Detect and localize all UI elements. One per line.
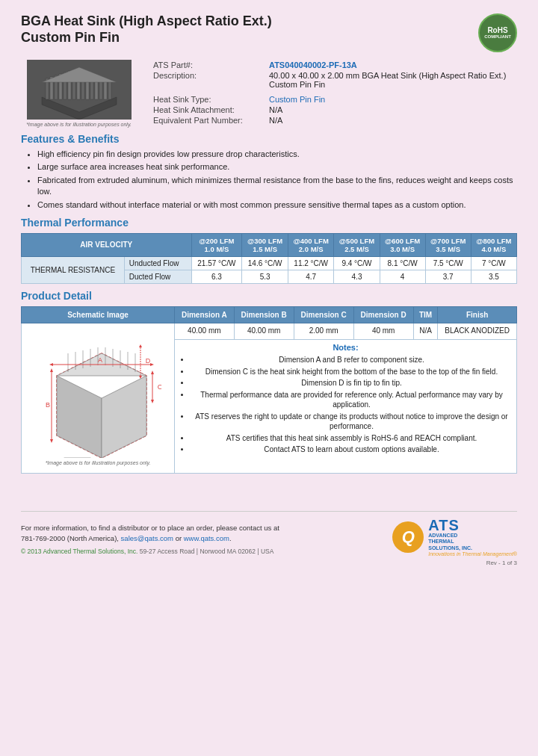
note-6: ATS certifies that this heat sink assemb… <box>191 433 513 444</box>
dim-a-header: Dimension A <box>175 306 235 323</box>
svg-marker-19 <box>57 376 102 458</box>
product-image-box: *Image above is for illustration purpose… <box>21 60 137 127</box>
ducted-val-1: 6.3 <box>191 270 242 283</box>
footer-address: 59-27 Access Road | Norwood MA 02062 | U… <box>140 548 274 555</box>
dim-c-value: 2.00 mm <box>294 323 353 339</box>
svg-marker-36 <box>50 368 53 372</box>
part-details-table: ATS Part#: ATS040040002-PF-13A Descripti… <box>150 60 517 126</box>
lfm-600-header: @600 LFM3.0 M/S <box>380 233 425 256</box>
schematic-header: Schematic Image <box>22 306 175 323</box>
dim-b-value: 40.00 mm <box>234 323 294 339</box>
lfm-700-header: @700 LFM3.5 M/S <box>425 233 471 256</box>
footer-or: or <box>176 534 184 542</box>
finish-header: Finish <box>438 306 517 323</box>
part-number-row: ATS Part#: ATS040040002-PF-13A <box>150 60 517 70</box>
feature-item-1: High efficiency pin fin design provides … <box>37 149 517 160</box>
image-caption: *Image above is for illustration purpose… <box>26 122 132 127</box>
tim-value: N/A <box>413 323 438 339</box>
notes-list: Dimension A and B refer to component siz… <box>191 355 513 455</box>
ducted-val-4: 4.3 <box>334 270 380 283</box>
product-detail-table: Schematic Image Dimension A Dimension B … <box>21 306 517 474</box>
finish-value: BLACK ANODIZED <box>438 323 517 339</box>
lfm-800-header: @800 LFM4.0 M/S <box>471 233 516 256</box>
footer-bottom: © 2013 Advanced Thermal Solutions, Inc. … <box>21 547 279 557</box>
title-block: BGA Heat Sink (High Aspect Ratio Ext.) C… <box>21 13 272 46</box>
note-2: Dimension C is the heat sink height from… <box>191 367 513 377</box>
ats-tagline: Innovations in Thermal Management® <box>428 551 517 557</box>
heat-sink-type-value: Custom Pin Fin <box>266 94 517 105</box>
unducted-val-4: 9.4 °C/W <box>334 256 380 270</box>
schematic-cell: A B C <box>22 323 175 473</box>
page-title: BGA Heat Sink (High Aspect Ratio Ext.) C… <box>21 13 272 46</box>
unducted-row: THERMAL RESISTANCE Unducted Flow 21.57 °… <box>22 256 517 270</box>
part-number: ATS040040002-PF-13A <box>269 61 357 69</box>
rohs-badge: RoHS COMPLIANT <box>478 13 517 52</box>
footer-website[interactable]: www.qats.com <box>184 534 229 542</box>
unducted-val-3: 11.2 °C/W <box>288 256 334 270</box>
dim-d-header: Dimension D <box>353 306 413 323</box>
description-label: Description: <box>150 70 266 90</box>
svg-marker-32 <box>49 363 53 366</box>
notes-cell: Notes: Dimension A and B refer to compon… <box>175 340 517 474</box>
svg-marker-44 <box>139 344 142 347</box>
equivalent-label: Equivalent Part Number: <box>150 115 266 126</box>
features-title: Features & Benefits <box>21 133 517 145</box>
attachment-value: N/A <box>266 105 517 115</box>
svg-marker-41 <box>151 400 154 403</box>
thermal-header-row: AIR VELOCITY @200 LFM1.0 M/S @300 LFM1.5… <box>22 233 517 256</box>
thermal-resistance-label: THERMAL RESISTANCE <box>22 256 125 283</box>
ducted-val-6: 3.7 <box>425 270 471 283</box>
note-5: ATS reserves the right to update or chan… <box>191 412 513 432</box>
heat-sink-type-label: Heat Sink Type: <box>150 94 266 105</box>
product-detail-title: Product Detail <box>21 290 517 302</box>
attachment-row: Heat Sink Attachment: N/A <box>150 105 517 115</box>
footer-email[interactable]: sales@qats.com <box>121 534 173 542</box>
feature-item-2: Large surface area increases heat sink p… <box>37 161 517 173</box>
svg-text:A: A <box>98 356 102 364</box>
ats-text-block: ATS ADVANCED THERMAL SOLUTIONS, INC. Inn… <box>428 518 517 557</box>
equivalent-value: N/A <box>266 115 517 126</box>
note-3: Dimension D is fin tip to fin tip. <box>191 378 513 388</box>
ats-part-value: ATS040040002-PF-13A <box>266 60 517 70</box>
notes-title: Notes: <box>179 343 513 352</box>
ducted-val-2: 5.3 <box>242 270 288 283</box>
unducted-val-2: 14.6 °C/W <box>242 256 288 270</box>
footer-copyright: © 2013 Advanced Thermal Solutions, Inc. <box>21 548 137 555</box>
footer-contact-text: For more information, to find a distribu… <box>21 523 279 545</box>
product-detail-values-row: A B C <box>22 323 517 339</box>
svg-marker-0 <box>42 97 117 120</box>
lfm-400-header: @400 LFM2.0 M/S <box>288 233 334 256</box>
feature-item-4: Comes standard without interface materia… <box>37 199 517 211</box>
ats-big-text: ATS <box>428 518 517 533</box>
part-details: ATS Part#: ATS040040002-PF-13A Descripti… <box>150 60 517 127</box>
ducted-val-5: 4 <box>380 270 425 283</box>
lfm-300-header: @300 LFM1.5 M/S <box>242 233 288 256</box>
unducted-val-6: 7.5 °C/W <box>425 256 471 270</box>
note-7: Contact ATS to learn about custom option… <box>191 444 513 455</box>
air-velocity-header: AIR VELOCITY <box>22 233 192 256</box>
svg-text:C: C <box>158 383 161 391</box>
footer-section: For more information, to find a distribu… <box>21 511 517 557</box>
svg-marker-37 <box>50 439 53 443</box>
svg-marker-16 <box>42 67 117 82</box>
tim-header: TIM <box>413 306 438 323</box>
ats-logo-box: Q ATS ADVANCED THERMAL SOLUTIONS, INC. I… <box>392 518 517 557</box>
rohs-text: RoHS <box>487 26 507 34</box>
header-row: BGA Heat Sink (High Aspect Ratio Ext.) C… <box>21 13 517 52</box>
ducted-val-3: 4.7 <box>288 270 334 283</box>
note-1: Dimension A and B refer to component siz… <box>191 355 513 365</box>
ats-line1: ADVANCED <box>428 533 517 539</box>
thermal-performance-title: Thermal Performance <box>21 217 517 229</box>
product-image <box>27 60 132 120</box>
schematic-caption: *Image above is for illustration purpose… <box>46 460 151 465</box>
svg-marker-33 <box>150 363 154 366</box>
unducted-label: Unducted Flow <box>124 256 191 270</box>
schematic-image-box: A B C <box>25 326 170 470</box>
unducted-val-1: 21.57 °C/W <box>191 256 242 270</box>
thermal-table: AIR VELOCITY @200 LFM1.0 M/S @300 LFM1.5… <box>21 233 517 284</box>
equivalent-row: Equivalent Part Number: N/A <box>150 115 517 126</box>
lfm-500-header: @500 LFM2.5 M/S <box>334 233 380 256</box>
page: BGA Heat Sink (High Aspect Ratio Ext.) C… <box>0 0 538 756</box>
lfm-200-header: @200 LFM1.0 M/S <box>191 233 242 256</box>
description-value: 40.00 x 40.00 x 2.00 mm BGA Heat Sink (H… <box>266 70 517 90</box>
